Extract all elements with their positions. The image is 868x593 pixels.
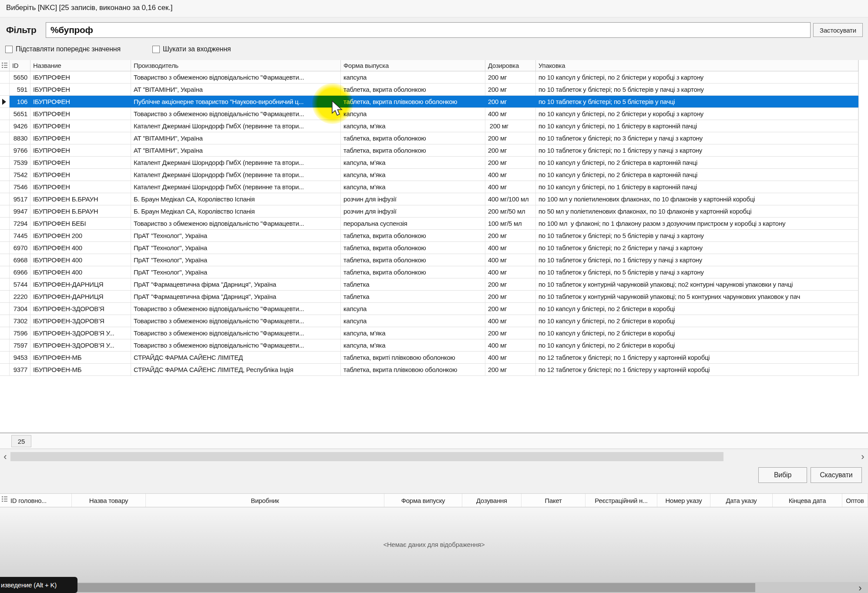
cell-pack: по 10 таблеток у блістері; по 1 блістеру… [536,144,858,156]
row-marker-cell [0,71,10,83]
cell-maker: Каталент Джермані Шорндорф ГмбХ (первинн… [131,120,341,132]
bottom-column-header-4[interactable]: Форма випуску [384,494,462,507]
apply-button[interactable]: Застосувати [813,23,863,37]
cell-pack: по 10 капсул у блістері, по 2 блістери в… [536,315,858,327]
table-row[interactable]: 6970ІБУПРОФЕН 400ПрАТ "Технолог", Україн… [0,242,868,254]
cell-pack: по 10 таблеток у блістері; по 5 блістері… [536,84,858,95]
cell-pack: по 10 капсул у блістері, по 2 блістери в… [536,339,858,351]
table-row[interactable]: 7302ІБУПРОФЕН-ЗДОРОВ’ЯТовариство з обмеж… [0,315,868,327]
cell-maker: Б. Браун Медікал СА, Королівство Іспанія [131,205,341,217]
bottom-grid-header: ID головно...Назва товаруВиробникФорма в… [0,493,868,507]
table-row[interactable]: 7294ІБУПРОФЕН БЕБІТовариство з обмеженою… [0,218,868,230]
bottom-column-header-5[interactable]: Дозування [462,494,521,507]
cell-name: ІБУПРОФЕН [30,157,131,168]
bottom-column-header-9[interactable]: Дата указу [710,494,773,507]
horizontal-scrollbar[interactable]: ‹ › [0,451,868,463]
cell-pack: по 10 капсул у блістері, по 2 блістера в… [536,169,858,181]
cell-id: 591 [10,84,30,95]
table-row[interactable]: 7597ІБУПРОФЕН-ЗДОРОВ’Я У...Товариство з … [0,339,868,352]
checkbox-box-icon[interactable] [152,46,160,53]
column-header-maker[interactable]: Производитель [131,60,341,71]
row-marker-cell [0,254,10,266]
cell-id: 7546 [10,181,30,193]
cell-id: 8830 [10,132,30,144]
table-row[interactable]: 9766ІБУПРОФЕНАТ "ВІТАМІНИ", Українатабле… [0,144,868,157]
bottom-column-header-1[interactable]: ID головно... [9,494,72,507]
cell-name: ІБУПРОФЕН 400 [30,242,131,254]
table-row[interactable]: 7304ІБУПРОФЕН-ЗДОРОВ’ЯТовариство з обмеж… [0,303,868,315]
bottom-column-header-10[interactable]: Кінцева дата [773,494,842,507]
cell-pack: по 100 мл у поліетиленових флаконах, по … [536,193,858,205]
table-row[interactable]: 591ІБУПРОФЕНАТ "ВІТАМІНИ", Українатаблет… [0,84,868,96]
cell-dose: 400 мг [485,266,536,278]
row-marker-cell [0,181,10,193]
table-row[interactable]: 9377ІБУПРОФЕН-МБСТРАЙДС ФАРМА САЙЕНС ЛІМ… [0,364,868,376]
cell-form: таблетка, вкрита оболонкою [341,132,485,144]
current-row-arrow-icon [2,99,6,105]
table-row[interactable]: 9453ІБУПРОФЕН-МБСТРАЙДС ФАРМА САЙЕНС ЛІМ… [0,352,868,364]
table-row[interactable]: 7542ІБУПРОФЕНКаталент Джермані Шорндорф … [0,169,868,181]
bottom-column-header-6[interactable]: Пакет [521,494,585,507]
table-row[interactable]: 6966ІБУПРОФЕН 400ПрАТ "Технолог", Україн… [0,266,868,278]
table-row[interactable]: 9947ІБУПРОФЕН Б.БРАУНБ. Браун Медікал СА… [0,205,868,218]
bottom-scroll-right-icon[interactable]: › [856,582,865,593]
grid-header: IDНазваниеПроизводительФорма выпускаДози… [0,60,868,71]
row-marker-cell [0,315,10,327]
cell-pack: по 10 таблеток у блістері, по 5 блістері… [536,266,858,278]
column-settings-icon[interactable] [0,60,10,71]
bottom-column-header-8[interactable]: Номер указу [657,494,710,507]
cell-dose: 200 мг [485,144,536,156]
table-row[interactable]: 2220ІБУПРОФЕН-ДАРНИЦЯПрАТ "Фармацевтична… [0,291,868,303]
cell-form: пероральна суспензія [341,218,485,229]
scrollbar-thumb[interactable] [10,452,723,461]
cell-form: капсула, м’яка [341,339,485,351]
column-header-id[interactable]: ID [10,60,30,71]
bottom-column-settings-icon[interactable] [0,494,9,507]
table-row-selected[interactable]: 106ІБУПРОФЕНПублічне акціонерне товарист… [0,96,868,108]
bottom-scrollbar-thumb[interactable] [0,583,755,592]
scroll-right-icon[interactable]: › [858,451,867,463]
filter-input[interactable] [46,22,811,38]
cancel-button[interactable]: Скасувати [811,467,862,483]
table-row[interactable]: 5744ІБУПРОФЕН-ДАРНИЦЯПрАТ "Фармацевтична… [0,278,868,291]
checkbox-search-by-entry[interactable]: Шукати за входження [152,45,231,53]
table-row[interactable]: 6968ІБУПРОФЕН 400ПрАТ "Технолог", Україн… [0,254,868,266]
record-count-bar: 25 [0,433,868,449]
cell-dose: 200 мг [485,84,536,95]
cell-name: ІБУПРОФЕН-ЗДОРОВ’Я У... [30,327,131,339]
cell-name: ІБУПРОФЕН БЕБІ [30,218,131,229]
checkbox-label: Шукати за входження [163,45,231,53]
cell-pack: по 12 таблеток у блістері; по 1 блістеру… [536,364,858,375]
table-row[interactable]: 7546ІБУПРОФЕНКаталент Джермані Шорндорф … [0,181,868,193]
bottom-column-header-2[interactable]: Назва товару [72,494,146,507]
cell-name: ІБУПРОФЕН-ДАРНИЦЯ [30,291,131,302]
table-row[interactable]: 7596ІБУПРОФЕН-ЗДОРОВ’Я У...Товариство з … [0,327,868,339]
column-header-form[interactable]: Форма выпуска [341,60,485,71]
table-row[interactable]: 9426ІБУПРОФЕНКаталент Джермані Шорндорф … [0,120,868,132]
table-row[interactable]: 5651ІБУПРОФЕНТовариство з обмеженою відп… [0,108,868,120]
cell-form: капсула [341,108,485,120]
playback-tooltip: изведение (Alt + K) [0,577,77,593]
bottom-grid-empty-area: <Немає даних для відображення> [0,508,868,582]
column-header-name[interactable]: Название [30,60,131,71]
bottom-horizontal-scrollbar[interactable]: › [0,582,868,593]
bottom-column-header-11[interactable]: Оптов [842,494,868,507]
cell-maker: ПрАТ "Фармацевтична фірма "Дарниця", Укр… [131,291,341,302]
bottom-column-header-3[interactable]: Виробник [146,494,384,507]
checkbox-box-icon[interactable] [5,46,13,53]
column-header-pack[interactable]: Упаковка [536,60,858,71]
cell-id: 7597 [10,339,30,351]
select-button[interactable]: Вибір [758,467,807,483]
table-row[interactable]: 7445ІБУПРОФЕН 200ПрАТ "Технолог", Україн… [0,230,868,242]
table-row[interactable]: 8830ІБУПРОФЕНАТ "ВІТАМІНИ", Українатабле… [0,132,868,144]
checkbox-substitute-previous[interactable]: Підставляти попереднє значення [5,45,121,53]
cell-form: таблетка, вкрита плівковою оболонкою [341,364,485,375]
scroll-left-icon[interactable]: ‹ [1,451,10,463]
table-row[interactable]: 5650ІБУПРОФЕНТовариство з обмеженою відп… [0,71,868,84]
bottom-column-header-7[interactable]: Реєстраційний н... [585,494,657,507]
cell-dose: 400 мг [485,352,536,363]
table-row[interactable]: 7539ІБУПРОФЕНКаталент Джермані Шорндорф … [0,157,868,169]
table-row[interactable]: 9517ІБУПРОФЕН Б.БРАУНБ. Браун Медікал СА… [0,193,868,205]
column-header-dose[interactable]: Дозировка [485,60,536,71]
cell-maker: Каталент Джермані Шорндорф ГмбХ (первинн… [131,169,341,181]
